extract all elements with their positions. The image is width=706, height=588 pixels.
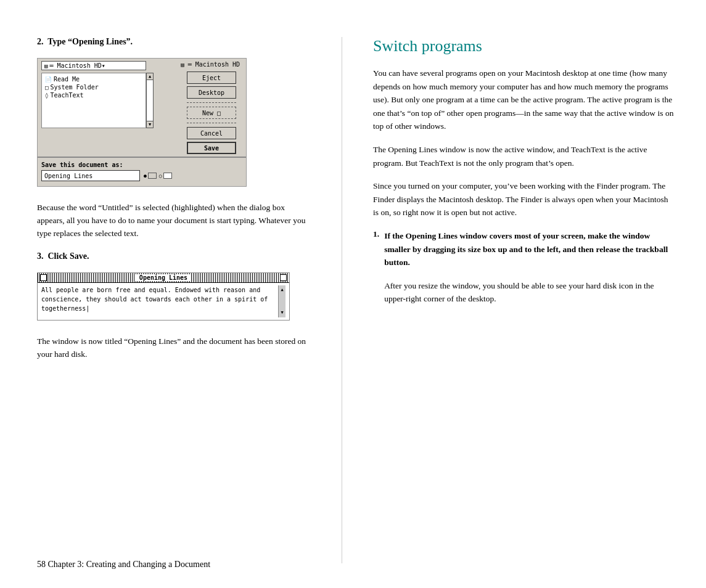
step3-label: 3. Click Save. (37, 251, 89, 261)
dialog-right-panel: ▤ ═ Macintosh HD Eject Desktop New □ (181, 61, 242, 154)
disk-label: ═ Macintosh HD (188, 61, 240, 68)
right-step1-text: If the Opening Lines window covers most … (384, 231, 668, 267)
file-name-teachtext: TeachText (50, 92, 83, 99)
eject-label: Eject (202, 75, 221, 81)
save-label: Save (204, 145, 219, 152)
scrollbar-up: ▲ (281, 285, 283, 295)
window-content: All people are born free and equal. Endo… (38, 283, 289, 320)
cancel-button[interactable]: Cancel (187, 127, 236, 139)
radio-icon-1 (148, 173, 157, 179)
step2-label: 2. Type “Opening Lines”. (37, 37, 133, 46)
desktop-button[interactable]: Desktop (187, 86, 236, 99)
opening-lines-window: Opening Lines All people are born free a… (37, 272, 290, 321)
section-title-text: Switch programs (373, 37, 482, 55)
right-para2: The Opening Lines window is now the acti… (373, 143, 675, 169)
right-step1-sub: After you resize the window, you should … (384, 281, 654, 304)
file-item-system: □ System Folder (44, 83, 144, 91)
save-as-text: Save this document as: (41, 161, 123, 168)
step2-heading: 2. Type “Opening Lines”. (37, 37, 311, 47)
window-scrollbar: ▲ ▼ (278, 285, 285, 317)
footer: 58 Chapter 3: Creating and Changing a Do… (37, 560, 210, 570)
filename-input[interactable] (41, 170, 140, 181)
scrollbar-down: ▼ (281, 308, 283, 317)
dialog-dropdown: ▤ ═ Macintosh HD▾ (41, 61, 146, 70)
file-icon-system: □ (45, 84, 48, 91)
window-close-box[interactable] (40, 274, 47, 281)
new-button[interactable]: New □ (187, 107, 236, 119)
file-item-teachtext: ◊ TeachText (44, 91, 144, 99)
dropdown-label: ═ Macintosh HD▾ (49, 62, 105, 69)
window-text: All people are born free and equal. Endo… (41, 285, 278, 317)
dialog-bottom: Save this document as: ● ○ (38, 157, 246, 186)
new-label: New □ (202, 110, 221, 116)
footer-text: 58 Chapter 3: Creating and Changing a Do… (37, 560, 210, 569)
file-item-readme: 📄 Read Me (44, 75, 144, 83)
body2-text: The window is now titled “Opening Lines”… (37, 337, 306, 359)
scroll-up-arrow: ▲ (146, 73, 154, 80)
dialog-top-bar: ▤ ═ Macintosh HD▾ 📄 Read Me □ Sy (38, 59, 246, 157)
para1-text: You can have several programs open on yo… (373, 68, 673, 131)
window-zoom-box[interactable] (280, 274, 287, 281)
step3-heading: 3. Click Save. (37, 251, 311, 261)
radio-group: ● ○ (144, 173, 172, 179)
disk-name-label: ▤ ═ Macintosh HD (181, 61, 242, 68)
radio-option-2: ○ (159, 173, 172, 179)
window-title: Opening Lines (136, 274, 191, 281)
dialog-file-list-row: 📄 Read Me □ System Folder ◊ TeachText (41, 73, 158, 128)
file-name-readme: Read Me (54, 76, 80, 83)
cancel-label: Cancel (200, 130, 223, 137)
eject-button[interactable]: Eject (187, 71, 236, 84)
radio-option-1: ● (144, 173, 157, 179)
body-text-1: Because the word “Untitled” is selected … (37, 202, 311, 240)
file-icon-teachtext: ◊ (45, 92, 48, 99)
right-step1: 1. If the Opening Lines window covers mo… (373, 229, 675, 306)
dialog-file-list: 📄 Read Me □ System Folder ◊ TeachText (41, 73, 146, 128)
body1-text: Because the word “Untitled” is selected … (37, 203, 305, 238)
window-title-bar: Opening Lines (38, 273, 289, 283)
file-icon-readme: 📄 (45, 76, 52, 83)
left-column: 2. Type “Opening Lines”. ▤ ═ Macintosh H… (0, 37, 342, 563)
save-button[interactable]: Save (187, 142, 236, 154)
right-para1: You can have several programs open on yo… (373, 67, 675, 133)
scroll-down-arrow: ▼ (146, 121, 154, 128)
right-para3: Since you turned on your computer, you’v… (373, 179, 675, 219)
window-body-text: All people are born free and equal. Endo… (41, 287, 268, 312)
scroll-track (146, 80, 154, 121)
right-step1-num: 1. (373, 229, 379, 306)
radio-icon-2 (163, 173, 172, 179)
desktop-label: Desktop (199, 89, 224, 96)
right-step1-content: If the Opening Lines window covers most … (384, 229, 675, 306)
dialog-scrollbar: ▲ ▼ (146, 73, 154, 128)
save-as-row: ● ○ (41, 170, 242, 181)
save-as-label: Save this document as: (41, 161, 242, 168)
section-title: Switch programs (373, 37, 675, 55)
para3-text: Since you turned on your computer, you’v… (373, 181, 668, 217)
right-column: Switch programs You can have several pro… (342, 37, 706, 563)
dialog-left-panel: ▤ ═ Macintosh HD▾ 📄 Read Me □ Sy (41, 61, 158, 128)
file-name-system: System Folder (50, 84, 98, 91)
para2-text: The Opening Lines window is now the acti… (373, 145, 647, 168)
save-dialog-screenshot: ▤ ═ Macintosh HD▾ 📄 Read Me □ Sy (37, 58, 247, 187)
body-text-2: The window is now titled “Opening Lines”… (37, 335, 311, 361)
